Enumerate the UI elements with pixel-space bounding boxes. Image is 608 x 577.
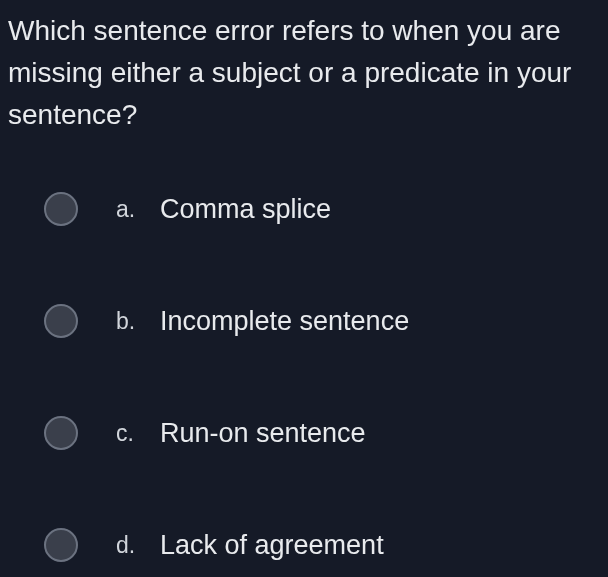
option-text: Lack of agreement <box>160 530 384 561</box>
option-letter: d. <box>116 532 142 559</box>
option-text: Incomplete sentence <box>160 306 409 337</box>
options-list: a. Comma splice b. Incomplete sentence c… <box>0 192 608 562</box>
radio-icon[interactable] <box>44 528 78 562</box>
option-d[interactable]: d. Lack of agreement <box>44 528 608 562</box>
option-letter: b. <box>116 308 142 335</box>
option-text: Comma splice <box>160 194 331 225</box>
option-c[interactable]: c. Run-on sentence <box>44 416 608 450</box>
option-letter: c. <box>116 420 142 447</box>
option-text: Run-on sentence <box>160 418 366 449</box>
radio-icon[interactable] <box>44 416 78 450</box>
option-letter: a. <box>116 196 142 223</box>
question-text: Which sentence error refers to when you … <box>0 0 608 136</box>
radio-icon[interactable] <box>44 192 78 226</box>
option-a[interactable]: a. Comma splice <box>44 192 608 226</box>
radio-icon[interactable] <box>44 304 78 338</box>
option-b[interactable]: b. Incomplete sentence <box>44 304 608 338</box>
